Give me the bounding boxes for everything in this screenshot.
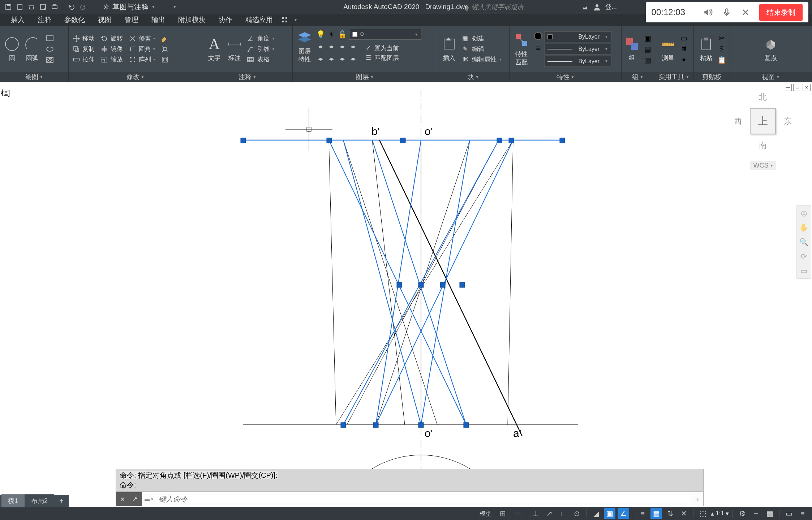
apps-icon[interactable]	[282, 17, 288, 23]
ungroup-icon[interactable]: ▣	[644, 34, 652, 42]
command-input[interactable]	[156, 495, 692, 503]
layer-dropdown[interactable]: 0 ▼	[349, 29, 421, 40]
panel-view-label[interactable]: 视图▼	[730, 72, 812, 82]
layer-icon-5[interactable]	[317, 56, 325, 64]
infocenter-icon[interactable]	[581, 3, 589, 11]
panel-utilities-label[interactable]: 实用工具▼	[654, 72, 693, 82]
viewcube-top-face[interactable]: 上	[750, 108, 776, 134]
edit-attr-button[interactable]: ⌘编辑属性▾	[461, 55, 501, 64]
base-view-button[interactable]: 基点	[762, 36, 779, 62]
menu-insert[interactable]: 插入	[4, 13, 31, 27]
menu-annotate[interactable]: 注释	[31, 13, 58, 27]
open-icon[interactable]	[27, 2, 36, 12]
measure-button[interactable]: 测量	[660, 36, 676, 62]
workspace-switcher[interactable]: 草图与注释 ▼ ▼	[99, 1, 181, 13]
user-icon[interactable]	[593, 3, 601, 10]
fillet-button[interactable]: 圆角▾	[129, 45, 155, 53]
cut-icon[interactable]: ✂	[718, 34, 726, 42]
layer-icon-8[interactable]	[349, 56, 357, 64]
annotation-visibility-toggle[interactable]: ⬚	[697, 508, 709, 519]
viewcube-east[interactable]: 东	[784, 116, 792, 127]
ellipse-icon[interactable]	[44, 44, 56, 54]
color-dropdown[interactable]: ByLayer▼	[544, 31, 611, 42]
group-button[interactable]: 组	[624, 36, 640, 62]
microphone-icon[interactable]	[722, 7, 732, 17]
saveas-icon[interactable]	[38, 2, 48, 12]
leader-button[interactable]: 引线▾	[246, 45, 274, 53]
copy-button[interactable]: 复制	[72, 45, 95, 53]
viewcube-west[interactable]: 西	[734, 116, 742, 127]
mirror-button[interactable]: 镜像	[100, 45, 123, 53]
otrack-toggle[interactable]: ∠	[618, 508, 629, 519]
calc-icon[interactable]: 🖩	[680, 45, 688, 53]
panel-draw-label[interactable]: 绘图▼	[0, 72, 68, 82]
tab-add-button[interactable]: +	[54, 495, 69, 507]
new-icon[interactable]	[15, 2, 25, 12]
angle-dim-button[interactable]: 角度▾	[246, 34, 274, 43]
menu-view[interactable]: 视图	[91, 13, 118, 27]
command-customize-button[interactable]	[129, 492, 142, 506]
undo-icon[interactable]	[67, 2, 76, 12]
panel-layers-label[interactable]: 图层▼	[293, 72, 437, 82]
menu-output[interactable]: 输出	[145, 13, 172, 27]
infer-constraints-toggle[interactable]: ⊥	[530, 508, 541, 519]
pan-icon[interactable]: ✋	[798, 222, 809, 233]
panel-properties-label[interactable]: 特性▼	[510, 72, 621, 82]
explode-button[interactable]	[161, 45, 169, 53]
quick-properties-toggle[interactable]: ▭	[783, 508, 795, 519]
save-icon[interactable]	[4, 2, 13, 12]
trim-button[interactable]: 修剪▾	[129, 34, 155, 43]
search-box[interactable]: 键入关键字或短语	[466, 3, 524, 11]
selection-grips[interactable]	[241, 138, 565, 428]
layer-icon-4[interactable]	[349, 44, 357, 52]
stretch-button[interactable]: 拉伸	[72, 55, 95, 64]
zoom-extents-icon[interactable]: 🔍	[798, 237, 809, 247]
plot-icon[interactable]	[50, 2, 59, 12]
layer-icon-1[interactable]	[317, 44, 325, 52]
command-expand-icon[interactable]: ▲	[692, 497, 703, 501]
snap-toggle[interactable]: ∷	[511, 508, 522, 519]
polar-toggle[interactable]: ⊙	[571, 508, 583, 519]
panel-annotation-label[interactable]: 注释▼	[202, 72, 292, 82]
annotation-monitor[interactable]: +	[750, 508, 762, 519]
drawing-canvas[interactable]: 框] — ▭ ✕ b' o' o' a'	[0, 82, 812, 494]
group-edit-icon[interactable]: ▤	[644, 45, 652, 53]
table-button[interactable]: 表格	[246, 55, 274, 64]
modelspace-button[interactable]: 模型	[477, 508, 495, 519]
tab-layout1[interactable]: 布局2	[25, 494, 54, 507]
units-toggle[interactable]: ▦	[764, 508, 776, 519]
steering-wheel-icon[interactable]: ◎	[798, 208, 809, 218]
dynamic-input-toggle[interactable]: ↗	[544, 508, 555, 519]
orbit-icon[interactable]: ⟳	[798, 251, 809, 262]
tab-model[interactable]: 模1	[1, 494, 25, 507]
scale-button[interactable]: 缩放	[100, 55, 123, 64]
customization-button[interactable]: ≡	[797, 508, 808, 519]
selection-cycling-toggle[interactable]: ⇅	[664, 508, 676, 519]
panel-modify-label[interactable]: 修改▼	[69, 72, 202, 82]
signin-label[interactable]: 登...	[605, 3, 617, 11]
layer-icon-3[interactable]	[338, 44, 346, 52]
redo-icon[interactable]	[78, 2, 88, 12]
edit-block-button[interactable]: ✎编辑	[461, 45, 501, 53]
viewcube-south[interactable]: 南	[759, 140, 767, 151]
layer-icon-7[interactable]	[338, 56, 346, 64]
panel-groups-label[interactable]: 组▼	[622, 72, 654, 82]
layer-lock-icon[interactable]: 🔓	[338, 30, 346, 38]
paste-button[interactable]: 粘贴	[698, 36, 714, 62]
copy-clip-icon[interactable]: ⎘	[718, 45, 726, 53]
match-layer-button[interactable]: ☰匹配图层	[364, 54, 399, 62]
ortho-toggle[interactable]: ∟	[557, 508, 569, 519]
grid-toggle[interactable]: ⊞	[497, 508, 508, 519]
menu-parametric[interactable]: 参数化	[58, 13, 91, 27]
command-close-button[interactable]: ×	[116, 492, 129, 506]
menu-addins[interactable]: 附加模块	[172, 13, 212, 27]
layer-icon-2[interactable]	[327, 44, 335, 52]
3dosnap-toggle[interactable]: ✕	[678, 508, 689, 519]
menu-featured[interactable]: 精选应用	[239, 13, 279, 27]
point-icon[interactable]: ✦	[680, 56, 688, 64]
viewcube-north[interactable]: 北	[759, 92, 767, 103]
set-current-layer-button[interactable]: ✓置为当前	[364, 44, 399, 52]
wcs-label[interactable]: WCS▾	[750, 161, 776, 170]
paste-special-icon[interactable]: 📋	[718, 56, 726, 64]
osnap-toggle[interactable]: ▣	[604, 508, 615, 519]
